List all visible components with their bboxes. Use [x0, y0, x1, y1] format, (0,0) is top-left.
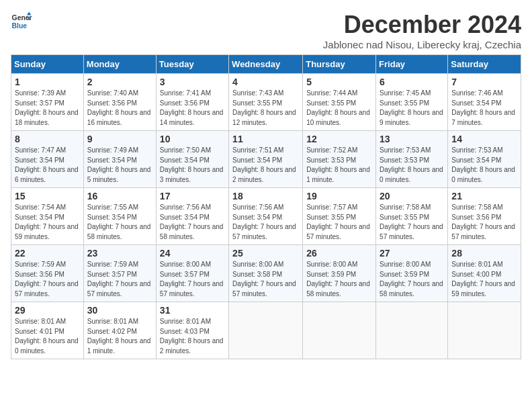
calendar-cell: 1Sunrise: 7:39 AMSunset: 3:57 PMDaylight… — [11, 74, 84, 131]
col-thursday: Thursday — [303, 55, 376, 74]
calendar-week-row: 22Sunrise: 7:59 AMSunset: 3:56 PMDayligh… — [11, 245, 521, 302]
day-info: Sunrise: 8:00 AMSunset: 3:58 PMDaylight:… — [232, 260, 299, 299]
day-info: Sunrise: 7:58 AMSunset: 3:55 PMDaylight:… — [380, 203, 444, 242]
day-number: 23 — [87, 248, 152, 259]
day-number: 8 — [15, 134, 80, 144]
day-number: 20 — [380, 191, 444, 201]
calendar-cell: 20Sunrise: 7:58 AMSunset: 3:55 PMDayligh… — [376, 188, 448, 245]
calendar-cell: 18Sunrise: 7:56 AMSunset: 3:54 PMDayligh… — [229, 188, 303, 245]
day-number: 29 — [15, 305, 80, 316]
day-info: Sunrise: 8:01 AMSunset: 4:01 PMDaylight:… — [15, 317, 80, 356]
day-number: 30 — [87, 305, 152, 316]
calendar-cell: 27Sunrise: 8:00 AMSunset: 3:59 PMDayligh… — [376, 245, 448, 302]
calendar-cell: 24Sunrise: 8:00 AMSunset: 3:57 PMDayligh… — [156, 245, 228, 302]
day-number: 18 — [232, 191, 299, 201]
calendar-cell — [303, 302, 376, 359]
calendar-cell: 16Sunrise: 7:55 AMSunset: 3:54 PMDayligh… — [83, 188, 156, 245]
col-friday: Friday — [376, 55, 448, 74]
day-number: 12 — [306, 134, 372, 144]
calendar-cell: 26Sunrise: 8:00 AMSunset: 3:59 PMDayligh… — [303, 245, 376, 302]
svg-text:Blue: Blue — [12, 22, 28, 30]
calendar-table: Sunday Monday Tuesday Wednesday Thursday… — [11, 54, 521, 359]
day-info: Sunrise: 7:41 AMSunset: 3:56 PMDaylight:… — [160, 89, 225, 128]
calendar-cell — [376, 302, 448, 359]
day-number: 25 — [232, 248, 299, 259]
calendar-cell: 4Sunrise: 7:43 AMSunset: 3:55 PMDaylight… — [229, 74, 303, 131]
day-info: Sunrise: 8:01 AMSunset: 4:03 PMDaylight:… — [160, 317, 225, 356]
day-number: 31 — [160, 305, 225, 316]
day-number: 11 — [232, 134, 299, 144]
calendar-cell: 17Sunrise: 7:56 AMSunset: 3:54 PMDayligh… — [156, 188, 228, 245]
day-info: Sunrise: 7:44 AMSunset: 3:55 PMDaylight:… — [306, 89, 372, 128]
calendar-week-row: 1Sunrise: 7:39 AMSunset: 3:57 PMDaylight… — [11, 74, 521, 131]
day-info: Sunrise: 8:01 AMSunset: 4:00 PMDaylight:… — [451, 260, 517, 299]
location-subtitle: Jablonec nad Nisou, Liberecky kraj, Czec… — [323, 39, 521, 50]
day-info: Sunrise: 7:47 AMSunset: 3:54 PMDaylight:… — [15, 146, 80, 185]
calendar-cell — [448, 302, 521, 359]
calendar-cell: 13Sunrise: 7:53 AMSunset: 3:53 PMDayligh… — [376, 131, 448, 188]
calendar-cell: 9Sunrise: 7:49 AMSunset: 3:54 PMDaylight… — [83, 131, 156, 188]
day-number: 19 — [306, 191, 372, 201]
calendar-cell: 5Sunrise: 7:44 AMSunset: 3:55 PMDaylight… — [303, 74, 376, 131]
day-number: 28 — [451, 248, 517, 259]
day-number: 26 — [306, 248, 372, 259]
day-number: 4 — [232, 77, 299, 87]
col-saturday: Saturday — [448, 55, 521, 74]
day-info: Sunrise: 7:50 AMSunset: 3:54 PMDaylight:… — [160, 146, 225, 185]
day-number: 24 — [160, 248, 225, 259]
day-number: 14 — [451, 134, 517, 144]
day-info: Sunrise: 7:53 AMSunset: 3:53 PMDaylight:… — [380, 146, 444, 185]
calendar-cell: 10Sunrise: 7:50 AMSunset: 3:54 PMDayligh… — [156, 131, 228, 188]
day-info: Sunrise: 7:53 AMSunset: 3:54 PMDaylight:… — [451, 146, 517, 185]
day-info: Sunrise: 7:54 AMSunset: 3:54 PMDaylight:… — [15, 203, 80, 242]
page-header: General Blue December 2024 Jablonec nad … — [11, 11, 521, 50]
day-info: Sunrise: 7:46 AMSunset: 3:54 PMDaylight:… — [451, 89, 517, 128]
day-number: 17 — [160, 191, 225, 201]
calendar-cell: 3Sunrise: 7:41 AMSunset: 3:56 PMDaylight… — [156, 74, 228, 131]
day-info: Sunrise: 7:57 AMSunset: 3:55 PMDaylight:… — [306, 203, 372, 242]
calendar-cell: 11Sunrise: 7:51 AMSunset: 3:54 PMDayligh… — [229, 131, 303, 188]
col-wednesday: Wednesday — [229, 55, 303, 74]
day-number: 2 — [87, 77, 152, 87]
calendar-cell: 21Sunrise: 7:58 AMSunset: 3:56 PMDayligh… — [448, 188, 521, 245]
title-block: December 2024 Jablonec nad Nisou, Libere… — [323, 11, 521, 50]
col-tuesday: Tuesday — [156, 55, 228, 74]
day-info: Sunrise: 8:00 AMSunset: 3:59 PMDaylight:… — [306, 260, 372, 299]
day-number: 1 — [15, 77, 80, 87]
logo: General Blue — [11, 11, 32, 32]
calendar-week-row: 29Sunrise: 8:01 AMSunset: 4:01 PMDayligh… — [11, 302, 521, 359]
calendar-cell: 19Sunrise: 7:57 AMSunset: 3:55 PMDayligh… — [303, 188, 376, 245]
calendar-cell: 12Sunrise: 7:52 AMSunset: 3:53 PMDayligh… — [303, 131, 376, 188]
calendar-cell: 15Sunrise: 7:54 AMSunset: 3:54 PMDayligh… — [11, 188, 84, 245]
day-info: Sunrise: 8:00 AMSunset: 3:57 PMDaylight:… — [160, 260, 225, 299]
day-info: Sunrise: 7:49 AMSunset: 3:54 PMDaylight:… — [87, 146, 152, 185]
calendar-week-row: 8Sunrise: 7:47 AMSunset: 3:54 PMDaylight… — [11, 131, 521, 188]
col-monday: Monday — [83, 55, 156, 74]
calendar-cell: 2Sunrise: 7:40 AMSunset: 3:56 PMDaylight… — [83, 74, 156, 131]
day-info: Sunrise: 7:55 AMSunset: 3:54 PMDaylight:… — [87, 203, 152, 242]
calendar-header-row: Sunday Monday Tuesday Wednesday Thursday… — [11, 55, 521, 74]
calendar-cell: 25Sunrise: 8:00 AMSunset: 3:58 PMDayligh… — [229, 245, 303, 302]
day-info: Sunrise: 8:00 AMSunset: 3:59 PMDaylight:… — [380, 260, 444, 299]
col-sunday: Sunday — [11, 55, 84, 74]
day-info: Sunrise: 7:39 AMSunset: 3:57 PMDaylight:… — [15, 89, 80, 128]
day-info: Sunrise: 8:01 AMSunset: 4:02 PMDaylight:… — [87, 317, 152, 356]
day-info: Sunrise: 7:45 AMSunset: 3:55 PMDaylight:… — [380, 89, 444, 128]
calendar-cell: 6Sunrise: 7:45 AMSunset: 3:55 PMDaylight… — [376, 74, 448, 131]
day-info: Sunrise: 7:56 AMSunset: 3:54 PMDaylight:… — [232, 203, 299, 242]
calendar-cell: 22Sunrise: 7:59 AMSunset: 3:56 PMDayligh… — [11, 245, 84, 302]
calendar-cell: 29Sunrise: 8:01 AMSunset: 4:01 PMDayligh… — [11, 302, 84, 359]
calendar-cell: 31Sunrise: 8:01 AMSunset: 4:03 PMDayligh… — [156, 302, 228, 359]
day-info: Sunrise: 7:52 AMSunset: 3:53 PMDaylight:… — [306, 146, 372, 185]
day-number: 27 — [380, 248, 444, 259]
logo-icon: General Blue — [11, 11, 32, 32]
calendar-cell: 23Sunrise: 7:59 AMSunset: 3:57 PMDayligh… — [83, 245, 156, 302]
day-number: 16 — [87, 191, 152, 201]
day-number: 21 — [451, 191, 517, 201]
calendar-cell: 7Sunrise: 7:46 AMSunset: 3:54 PMDaylight… — [448, 74, 521, 131]
day-number: 3 — [160, 77, 225, 87]
calendar-cell: 28Sunrise: 8:01 AMSunset: 4:00 PMDayligh… — [448, 245, 521, 302]
day-number: 6 — [380, 77, 444, 87]
calendar-week-row: 15Sunrise: 7:54 AMSunset: 3:54 PMDayligh… — [11, 188, 521, 245]
day-number: 15 — [15, 191, 80, 201]
